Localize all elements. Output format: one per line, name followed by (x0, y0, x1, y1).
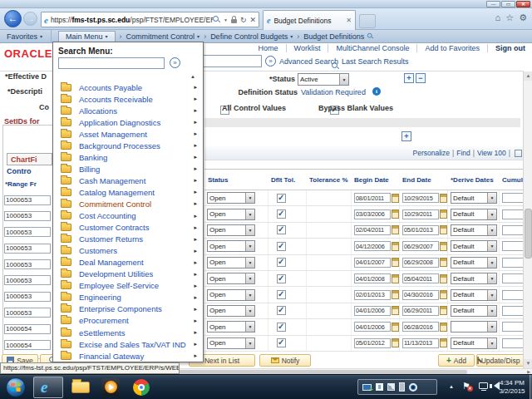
tab-close-icon[interactable]: ✕ (346, 17, 352, 24)
begin-date-input[interactable] (354, 306, 391, 316)
nav-sign-out[interactable]: Sign out (487, 44, 525, 52)
cumulative-input[interactable] (502, 258, 524, 268)
range-from-input[interactable] (4, 308, 51, 318)
dflt-tol-checkbox[interactable] (277, 209, 286, 219)
dflt-tol-checkbox[interactable] (277, 323, 286, 332)
dropdown-arrow-icon[interactable]: ▼ (487, 338, 496, 348)
range-from-input[interactable] (4, 211, 51, 221)
refresh-icon[interactable]: ↻ (240, 16, 247, 24)
cumulative-input[interactable] (502, 225, 524, 235)
calendar-icon[interactable] (392, 258, 399, 267)
calendar-icon[interactable] (440, 242, 447, 251)
dropdown-arrow-icon[interactable]: ▼ (245, 273, 254, 283)
menu-item[interactable]: Enterprise Components ▸ (53, 303, 203, 315)
cumulative-input[interactable] (502, 273, 524, 283)
view-100-link[interactable]: View 100 (477, 149, 506, 157)
calendar-icon[interactable] (392, 290, 399, 299)
dropdown-arrow-icon[interactable]: ▼ (487, 306, 496, 316)
range-from-input[interactable] (4, 195, 51, 205)
row-status-select[interactable]: Open▼ (207, 257, 255, 268)
update-display-button[interactable]: Update/Disp▼ (476, 354, 530, 367)
dropdown-arrow-icon[interactable]: ▼ (245, 306, 254, 316)
dropdown-arrow-icon[interactable]: ▼ (487, 322, 496, 332)
start-button[interactable] (5, 377, 27, 398)
derive-dates-select[interactable]: Default▼ (451, 192, 497, 204)
dropdown-arrow-icon[interactable]: ▼ (245, 258, 254, 268)
cumulative-input[interactable] (502, 209, 524, 219)
taskbar-explorer-icon[interactable] (71, 382, 90, 393)
row-status-select[interactable]: Open▼ (207, 224, 255, 236)
derive-dates-select[interactable]: Default▼ (451, 257, 497, 268)
calendar-icon[interactable] (440, 323, 447, 332)
row-status-select[interactable]: Open▼ (207, 192, 255, 204)
menu-item[interactable]: Accounts Payable ▸ (53, 81, 203, 93)
nav-worklist[interactable]: Worklist (286, 44, 321, 52)
cumulative-input[interactable] (502, 241, 524, 251)
row-status-select[interactable]: Open▼ (207, 337, 255, 349)
menu-item[interactable]: Deal Management ▸ (53, 257, 203, 268)
add-button[interactable]: +Add (438, 354, 475, 367)
back-button[interactable]: ← (4, 10, 22, 27)
end-date-input[interactable] (402, 306, 439, 316)
cumulative-input[interactable] (502, 290, 524, 300)
derive-dates-select[interactable]: Default▼ (451, 224, 497, 236)
find-link[interactable]: Find (456, 149, 470, 157)
breadcrumb-search-icon[interactable] (367, 33, 373, 39)
dropdown-arrow-icon[interactable]: ▼ (245, 322, 254, 332)
tray-target-icon[interactable] (409, 383, 417, 392)
taskbar-clock[interactable]: 4:34 PM 3/2/2015 (495, 379, 530, 396)
calendar-icon[interactable] (392, 306, 399, 315)
row-status-select[interactable]: Open▼ (207, 321, 255, 332)
calendar-icon[interactable] (392, 194, 399, 203)
begin-date-input[interactable] (354, 241, 391, 251)
show-hidden-icons-arrow[interactable]: ▲ (449, 384, 454, 389)
calendar-icon[interactable] (440, 338, 447, 347)
range-from-input[interactable] (4, 275, 51, 285)
menu-item[interactable]: Cost Accounting ▸ (53, 210, 203, 222)
dropdown-arrow-icon[interactable]: ▼ (245, 338, 254, 348)
tray-device-icon[interactable] (399, 382, 405, 392)
end-date-input[interactable] (402, 225, 439, 235)
menu-item[interactable]: Customer Returns ▸ (53, 234, 203, 245)
tray-remote-display-icon[interactable] (362, 384, 372, 391)
download-grid-icon[interactable] (515, 150, 522, 157)
begin-date-input[interactable] (354, 209, 391, 219)
menu-item[interactable]: Cash Management ▸ (53, 175, 203, 186)
menu-item[interactable]: Catalog Management ▸ (53, 186, 203, 198)
menu-item[interactable]: Allocations ▸ (53, 105, 203, 116)
menu-item[interactable]: eProcurement ▸ (53, 315, 203, 327)
row-status-select[interactable]: Open▼ (207, 240, 255, 252)
calendar-icon[interactable] (440, 274, 447, 283)
calendar-icon[interactable] (440, 209, 447, 219)
calendar-icon[interactable] (392, 338, 399, 347)
notify-button[interactable]: Notify (259, 354, 311, 367)
calendar-icon[interactable] (440, 225, 447, 234)
menu-item[interactable]: Customers ▸ (53, 245, 203, 257)
dflt-tol-checkbox[interactable] (277, 242, 286, 251)
menu-item[interactable]: Banking ▸ (53, 151, 203, 163)
dflt-tol-checkbox[interactable] (277, 338, 286, 347)
dropdown-arrow-icon[interactable]: ▼ (245, 241, 254, 251)
dropdown-arrow-icon[interactable]: ▼ (245, 290, 254, 300)
dropdown-arrow-icon[interactable]: ▼ (487, 209, 496, 219)
tray-app-icon[interactable] (387, 383, 395, 391)
calendar-icon[interactable] (440, 290, 447, 299)
derive-dates-select[interactable]: Default▼ (451, 337, 497, 349)
dflt-tol-checkbox[interactable] (277, 225, 286, 234)
dflt-tol-checkbox[interactable] (277, 194, 286, 203)
add-row-button[interactable]: + (404, 73, 414, 83)
action-center-flag-icon[interactable]: ⚑✕ (462, 381, 470, 392)
derive-dates-select[interactable]: Default▼ (451, 240, 497, 252)
forward-button[interactable]: → (23, 12, 37, 26)
range-from-input[interactable] (4, 324, 51, 334)
menu-item[interactable]: Employee Self-Service ▸ (53, 280, 203, 292)
begin-date-input[interactable] (354, 273, 391, 283)
dflt-tol-checkbox[interactable] (277, 274, 286, 283)
cumulative-input[interactable] (502, 338, 524, 348)
address-bar[interactable]: e https://fms-tst.ps.sc.edu/psp/FTST/EMP… (41, 12, 259, 27)
new-tab-button[interactable] (359, 14, 376, 28)
calendar-icon[interactable] (440, 194, 447, 203)
breadcrumb-define-control-budgets[interactable]: Define Control Budgets (210, 32, 293, 41)
end-date-input[interactable] (402, 209, 439, 219)
menu-scroll-up-icon[interactable]: ▲ (190, 74, 195, 79)
